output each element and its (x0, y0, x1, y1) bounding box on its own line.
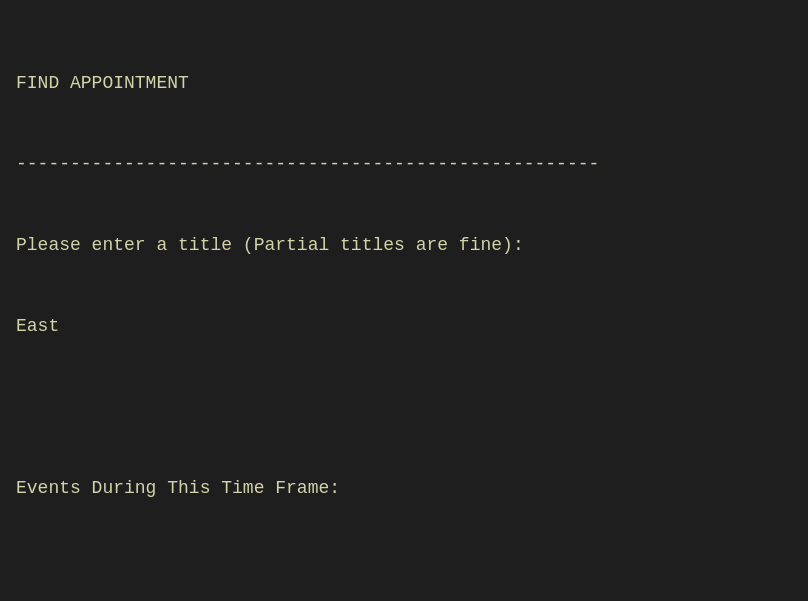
app-title: FIND APPOINTMENT (16, 70, 792, 97)
header-divider: ----------------------------------------… (16, 151, 792, 178)
terminal-output: FIND APPOINTMENT -----------------------… (16, 16, 792, 601)
prompt-input-value: East (16, 313, 792, 340)
events-heading: Events During This Time Frame: (16, 475, 792, 502)
prompt-label: Please enter a title (Partial titles are… (16, 232, 792, 259)
